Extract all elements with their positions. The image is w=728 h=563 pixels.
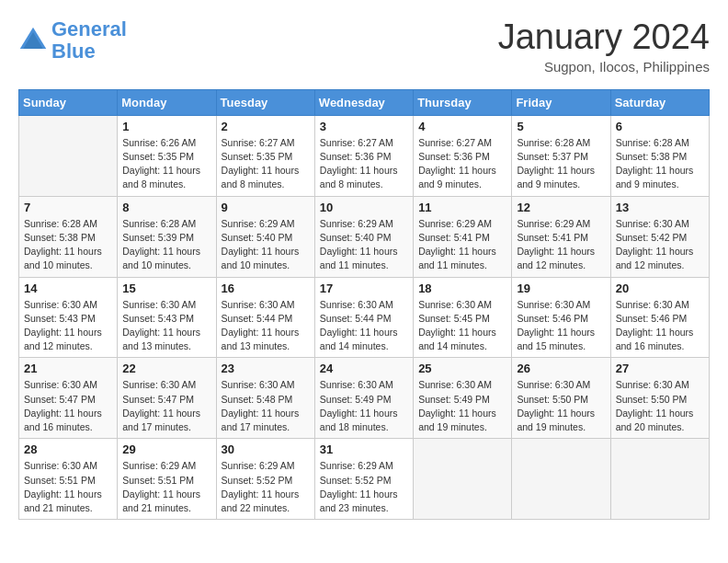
day-info: Sunrise: 6:27 AM Sunset: 5:36 PM Dayligh… [320,136,408,192]
calendar-cell [19,115,118,196]
calendar-cell: 18Sunrise: 6:30 AM Sunset: 5:45 PM Dayli… [414,277,512,358]
day-number: 11 [418,201,506,214]
day-number: 19 [517,282,605,295]
column-header-tuesday: Tuesday [216,89,314,115]
day-number: 20 [616,282,704,295]
day-number: 27 [616,362,704,375]
day-info: Sunrise: 6:29 AM Sunset: 5:41 PM Dayligh… [517,217,605,273]
day-number: 29 [122,442,210,456]
day-info: Sunrise: 6:28 AM Sunset: 5:37 PM Dayligh… [517,136,605,192]
calendar-cell: 30Sunrise: 6:29 AM Sunset: 5:52 PM Dayli… [216,439,314,520]
day-info: Sunrise: 6:30 AM Sunset: 5:46 PM Dayligh… [616,298,704,354]
day-number: 30 [222,442,310,456]
logo: General Blue [18,18,127,63]
calendar-cell: 11Sunrise: 6:29 AM Sunset: 5:41 PM Dayli… [414,196,512,277]
day-number: 1 [122,120,210,133]
calendar-cell: 20Sunrise: 6:30 AM Sunset: 5:46 PM Dayli… [610,277,709,358]
calendar-cell: 16Sunrise: 6:30 AM Sunset: 5:44 PM Dayli… [216,277,314,358]
location-subtitle: Sugpon, Ilocos, Philippines [498,59,710,75]
calendar-cell: 24Sunrise: 6:30 AM Sunset: 5:49 PM Dayli… [314,358,413,439]
calendar-cell: 22Sunrise: 6:30 AM Sunset: 5:47 PM Dayli… [118,358,216,439]
day-info: Sunrise: 6:30 AM Sunset: 5:47 PM Dayligh… [24,378,112,434]
calendar-cell: 15Sunrise: 6:30 AM Sunset: 5:43 PM Dayli… [118,277,216,358]
calendar-cell: 9Sunrise: 6:29 AM Sunset: 5:40 PM Daylig… [216,196,314,277]
day-number: 14 [24,282,112,295]
calendar-cell: 29Sunrise: 6:29 AM Sunset: 5:51 PM Dayli… [118,439,216,520]
day-info: Sunrise: 6:30 AM Sunset: 5:50 PM Dayligh… [517,378,605,434]
day-info: Sunrise: 6:28 AM Sunset: 5:38 PM Dayligh… [24,217,112,273]
column-header-sunday: Sunday [19,89,118,115]
day-info: Sunrise: 6:30 AM Sunset: 5:44 PM Dayligh… [320,298,408,354]
day-info: Sunrise: 6:27 AM Sunset: 5:35 PM Dayligh… [222,136,310,192]
day-number: 7 [24,201,112,214]
calendar-cell: 1Sunrise: 6:26 AM Sunset: 5:35 PM Daylig… [118,115,216,196]
day-number: 10 [320,201,408,214]
day-number: 22 [122,362,210,375]
day-number: 12 [517,201,605,214]
day-info: Sunrise: 6:30 AM Sunset: 5:42 PM Dayligh… [616,217,704,273]
day-number: 17 [320,282,408,295]
calendar-cell: 4Sunrise: 6:27 AM Sunset: 5:36 PM Daylig… [414,115,512,196]
day-info: Sunrise: 6:26 AM Sunset: 5:35 PM Dayligh… [122,136,210,192]
calendar-cell: 28Sunrise: 6:30 AM Sunset: 5:51 PM Dayli… [19,439,118,520]
day-info: Sunrise: 6:27 AM Sunset: 5:36 PM Dayligh… [418,136,506,192]
column-header-monday: Monday [118,89,216,115]
day-info: Sunrise: 6:29 AM Sunset: 5:40 PM Dayligh… [222,217,310,273]
calendar-week-4: 21Sunrise: 6:30 AM Sunset: 5:47 PM Dayli… [19,358,710,439]
calendar-cell: 26Sunrise: 6:30 AM Sunset: 5:50 PM Dayli… [512,358,610,439]
day-number: 25 [418,362,506,375]
day-info: Sunrise: 6:30 AM Sunset: 5:48 PM Dayligh… [222,378,310,434]
calendar-cell: 10Sunrise: 6:29 AM Sunset: 5:40 PM Dayli… [314,196,413,277]
day-info: Sunrise: 6:29 AM Sunset: 5:51 PM Dayligh… [122,459,210,515]
calendar-cell: 2Sunrise: 6:27 AM Sunset: 5:35 PM Daylig… [216,115,314,196]
day-info: Sunrise: 6:30 AM Sunset: 5:49 PM Dayligh… [320,378,408,434]
calendar-cell: 7Sunrise: 6:28 AM Sunset: 5:38 PM Daylig… [19,196,118,277]
day-number: 6 [616,120,704,133]
day-number: 31 [320,442,408,456]
column-header-friday: Friday [512,89,610,115]
day-number: 16 [222,282,310,295]
calendar-cell: 23Sunrise: 6:30 AM Sunset: 5:48 PM Dayli… [216,358,314,439]
calendar-cell: 12Sunrise: 6:29 AM Sunset: 5:41 PM Dayli… [512,196,610,277]
page-header: General Blue January 2024 Sugpon, Ilocos… [18,18,710,75]
column-header-saturday: Saturday [610,89,709,115]
day-number: 2 [222,120,310,133]
day-number: 4 [418,120,506,133]
logo-icon [18,26,48,55]
calendar-cell: 13Sunrise: 6:30 AM Sunset: 5:42 PM Dayli… [610,196,709,277]
calendar-cell: 17Sunrise: 6:30 AM Sunset: 5:44 PM Dayli… [314,277,413,358]
day-number: 13 [616,201,704,214]
day-number: 21 [24,362,112,375]
day-info: Sunrise: 6:30 AM Sunset: 5:47 PM Dayligh… [122,378,210,434]
day-number: 18 [418,282,506,295]
calendar-week-1: 1Sunrise: 6:26 AM Sunset: 5:35 PM Daylig… [19,115,710,196]
day-number: 26 [517,362,605,375]
day-info: Sunrise: 6:29 AM Sunset: 5:41 PM Dayligh… [418,217,506,273]
day-info: Sunrise: 6:30 AM Sunset: 5:51 PM Dayligh… [24,459,112,515]
calendar-cell: 21Sunrise: 6:30 AM Sunset: 5:47 PM Dayli… [19,358,118,439]
column-header-thursday: Thursday [414,89,512,115]
day-info: Sunrise: 6:30 AM Sunset: 5:50 PM Dayligh… [616,378,704,434]
calendar-cell [512,439,610,520]
month-title: January 2024 [498,18,710,57]
calendar-cell: 8Sunrise: 6:28 AM Sunset: 5:39 PM Daylig… [118,196,216,277]
day-number: 5 [517,120,605,133]
calendar-cell: 27Sunrise: 6:30 AM Sunset: 5:50 PM Dayli… [610,358,709,439]
calendar-cell: 14Sunrise: 6:30 AM Sunset: 5:43 PM Dayli… [19,277,118,358]
calendar-cell [414,439,512,520]
day-info: Sunrise: 6:30 AM Sunset: 5:46 PM Dayligh… [517,298,605,354]
day-number: 3 [320,120,408,133]
calendar-header-row: SundayMondayTuesdayWednesdayThursdayFrid… [19,89,710,115]
calendar-table: SundayMondayTuesdayWednesdayThursdayFrid… [18,89,710,520]
calendar-cell: 25Sunrise: 6:30 AM Sunset: 5:49 PM Dayli… [414,358,512,439]
day-info: Sunrise: 6:28 AM Sunset: 5:39 PM Dayligh… [122,217,210,273]
day-info: Sunrise: 6:29 AM Sunset: 5:52 PM Dayligh… [320,459,408,515]
day-number: 15 [122,282,210,295]
day-info: Sunrise: 6:29 AM Sunset: 5:40 PM Dayligh… [320,217,408,273]
day-info: Sunrise: 6:30 AM Sunset: 5:45 PM Dayligh… [418,298,506,354]
day-info: Sunrise: 6:30 AM Sunset: 5:43 PM Dayligh… [24,298,112,354]
calendar-cell: 19Sunrise: 6:30 AM Sunset: 5:46 PM Dayli… [512,277,610,358]
calendar-cell: 31Sunrise: 6:29 AM Sunset: 5:52 PM Dayli… [314,439,413,520]
calendar-cell: 6Sunrise: 6:28 AM Sunset: 5:38 PM Daylig… [610,115,709,196]
day-number: 8 [122,201,210,214]
